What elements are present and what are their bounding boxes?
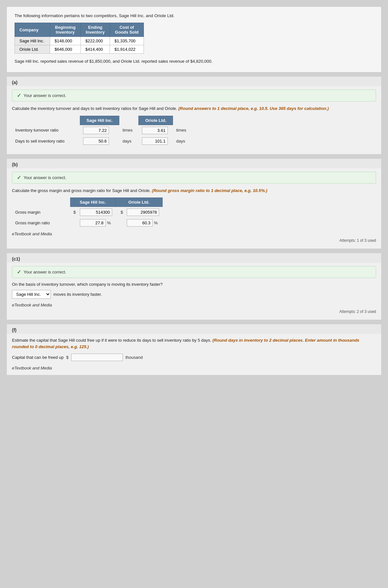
oriole-days-input[interactable] xyxy=(142,137,168,145)
calc-instruction-a: Calculate the inventory turnover and day… xyxy=(12,105,376,112)
check-icon-a: ✓ xyxy=(17,92,21,99)
oriole-header-a: Oriole Ltd. xyxy=(139,116,173,125)
part-c1-label: (c1) xyxy=(7,253,381,263)
etextbook-c1: eTextbook and Media xyxy=(12,303,376,307)
capital-label: Capital that can be freed up xyxy=(12,355,64,360)
sage-gm-input[interactable] xyxy=(80,208,112,216)
correct-text-c1: Your answer is correct. xyxy=(24,270,66,274)
data-table: Company BeginningInventory EndingInvento… xyxy=(15,23,144,54)
moves-text: moves its inventory faster. xyxy=(53,292,102,297)
gm-label: Gross margin xyxy=(12,207,70,218)
days-to-sell-row: Days to sell inventory ratio days days xyxy=(12,136,192,146)
sage-gmr-cell: % xyxy=(77,218,115,228)
part-b-label: (b) xyxy=(7,159,381,168)
sage-turnover-unit: times xyxy=(119,125,139,136)
sage-beginning: $148,000 xyxy=(50,37,81,45)
instruction-bold-a: (Round answers to 1 decimal place, e.g. … xyxy=(178,106,329,111)
intro-text: The following information pertains to tw… xyxy=(15,13,373,18)
days-label: Days to sell inventory ratio xyxy=(12,136,80,146)
instruction-bold-b: (Round gross margin ratio to 1 decimal p… xyxy=(152,188,267,193)
oriole-turnover-input[interactable] xyxy=(142,127,168,134)
gm-ratio-row: Gross margin ratio % % xyxy=(12,218,162,228)
oriole-beginning: $646,000 xyxy=(50,45,81,54)
part-a-inner: ✓ Your answer is correct. Calculate the … xyxy=(7,86,381,154)
check-icon-b: ✓ xyxy=(17,175,21,181)
col-company: Company xyxy=(15,23,50,37)
gm-table: Sage Hill Inc. Oriole Ltd. Gross margin … xyxy=(12,198,163,228)
sage-days-unit: days xyxy=(119,136,139,146)
oriole-gm-dollar: $ xyxy=(115,207,124,218)
table-row: Oriole Ltd. $646,000 $414,400 $1,914,022 xyxy=(15,45,144,54)
part-f-section: (f) Estimate the capital that Sage Hill … xyxy=(6,324,382,375)
dollar-sign: $ xyxy=(66,355,69,360)
capital-input[interactable] xyxy=(71,354,123,361)
gross-margin-row: Gross margin $ $ xyxy=(12,207,162,218)
part-b-section: (b) ✓ Your answer is correct. Calculate … xyxy=(6,158,382,249)
sage-ending: $222,000 xyxy=(81,37,110,45)
instruction-normal-a: Calculate the inventory turnover and day… xyxy=(12,106,177,111)
main-card: The following information pertains to tw… xyxy=(6,6,382,72)
sage-cogs: $1,335,700 xyxy=(110,37,144,45)
sage-gmr-unit: % xyxy=(107,220,111,225)
correct-banner-c1: ✓ Your answer is correct. xyxy=(12,266,376,278)
sage-turnover-input[interactable] xyxy=(83,127,109,134)
col-beginning: BeginningInventory xyxy=(50,23,81,37)
part-a-section: (a) ✓ Your answer is correct. Calculate … xyxy=(6,76,382,155)
sage-days-input[interactable] xyxy=(83,137,109,145)
turnover-label: Inventory turnover ratio xyxy=(12,125,80,136)
part-f-inner: Estimate the capital that Sage Hill coul… xyxy=(7,334,381,375)
sales-note: Sage Hill Inc. reported sales revenue of… xyxy=(15,59,373,64)
attempts-c1: Attempts: 2 of 3 used xyxy=(12,309,376,315)
sage-turnover-cell xyxy=(80,125,119,136)
etextbook-f: eTextbook and Media xyxy=(12,366,376,370)
inventory-question: On the basis of inventory turnover, whic… xyxy=(12,282,376,287)
dropdown-row: Sage Hill Inc. Oriole Ltd. moves its inv… xyxy=(12,290,376,299)
part-f-label: (f) xyxy=(7,324,381,334)
oriole-header-b: Oriole Ltd. xyxy=(115,198,162,207)
company-select[interactable]: Sage Hill Inc. Oriole Ltd. xyxy=(12,290,51,299)
sage-gm-dollar: $ xyxy=(70,207,77,218)
attempts-b: Attempts: 1 of 3 used xyxy=(12,238,376,244)
col-ending: EndingInventory xyxy=(81,23,110,37)
part-c1-inner: ✓ Your answer is correct. On the basis o… xyxy=(7,263,381,320)
correct-text-b: Your answer is correct. xyxy=(24,175,66,180)
correct-text-a: Your answer is correct. xyxy=(24,93,66,98)
oriole-ending: $414,400 xyxy=(81,45,110,54)
oriole-gm-input[interactable] xyxy=(127,208,159,216)
ratio-table-a: Sage Hill Inc. Oriole Ltd. Inventory tur… xyxy=(12,116,192,146)
instruction-normal-b: Calculate the gross margin and gross mar… xyxy=(12,188,151,193)
oriole-gm-cell xyxy=(124,207,162,218)
f-instruction: Estimate the capital that Sage Hill coul… xyxy=(12,337,376,350)
oriole-cogs: $1,914,022 xyxy=(110,45,144,54)
oriole-turnover-cell xyxy=(139,125,173,136)
correct-banner-b: ✓ Your answer is correct. xyxy=(12,172,376,184)
part-b-inner: ✓ Your answer is correct. Calculate the … xyxy=(7,168,381,249)
oriole-gmr-cell: % xyxy=(124,218,162,228)
sage-days-cell xyxy=(80,136,119,146)
sage-header-a: Sage Hill Inc. xyxy=(80,116,119,125)
table-row: Sage Hill Inc. $148,000 $222,000 $1,335,… xyxy=(15,37,144,45)
calc-instruction-b: Calculate the gross margin and gross mar… xyxy=(12,187,376,194)
sage-gm-cell xyxy=(77,207,115,218)
oriole-turnover-unit: times xyxy=(173,125,192,136)
sage-company: Sage Hill Inc. xyxy=(15,37,50,45)
sage-header-b: Sage Hill Inc. xyxy=(70,198,115,207)
oriole-gmr-unit: % xyxy=(154,220,158,225)
page-wrapper: The following information pertains to tw… xyxy=(0,0,388,382)
correct-banner-a: ✓ Your answer is correct. xyxy=(12,90,376,102)
capital-row: Capital that can be freed up $ thousand xyxy=(12,354,376,361)
etextbook-b: eTextbook and Media xyxy=(12,231,376,236)
inventory-turnover-row: Inventory turnover ratio times times xyxy=(12,125,192,136)
oriole-days-unit: days xyxy=(173,136,192,146)
col-cogs: Cost ofGoods Sold xyxy=(110,23,144,37)
oriole-gmr-input[interactable] xyxy=(127,219,153,227)
oriole-company: Oriole Ltd. xyxy=(15,45,50,54)
check-icon-c1: ✓ xyxy=(17,269,21,275)
thousand-label: thousand xyxy=(125,355,143,360)
oriole-days-cell xyxy=(139,136,173,146)
f-instruction-normal: Estimate the capital that Sage Hill coul… xyxy=(12,338,211,343)
part-a-label: (a) xyxy=(7,77,381,86)
gmr-label: Gross margin ratio xyxy=(12,218,70,228)
sage-gmr-input[interactable] xyxy=(80,219,106,227)
part-c1-section: (c1) ✓ Your answer is correct. On the ba… xyxy=(6,253,382,320)
